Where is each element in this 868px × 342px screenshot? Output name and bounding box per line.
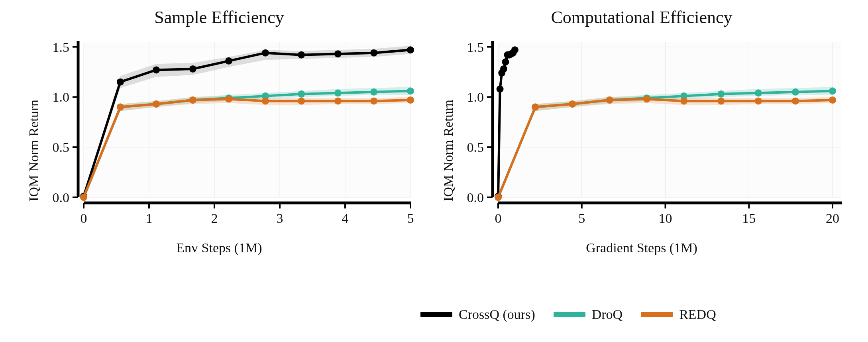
svg-point-36 <box>262 97 269 104</box>
svg-point-18 <box>334 50 342 57</box>
svg-point-96 <box>606 96 613 104</box>
y-axis-label: IQM Norm Return <box>441 100 456 201</box>
svg-point-39 <box>370 97 377 104</box>
svg-text:1.5: 1.5 <box>467 40 484 55</box>
svg-point-30 <box>407 87 414 94</box>
svg-point-40 <box>407 96 414 104</box>
svg-point-82 <box>511 46 518 53</box>
chart-title: Computational Efficiency <box>430 7 853 28</box>
svg-point-33 <box>153 100 160 108</box>
chart-sample-efficiency: Sample Efficiency IQM Norm Return 012345… <box>16 7 422 256</box>
svg-point-27 <box>298 90 305 98</box>
chart-svg: 0123450.00.51.01.5 <box>16 30 422 237</box>
svg-text:0.0: 0.0 <box>467 190 484 205</box>
figure-container: Sample Efficiency IQM Norm Return 012345… <box>0 0 868 342</box>
svg-point-100 <box>755 97 762 104</box>
svg-point-16 <box>262 49 269 57</box>
svg-point-29 <box>370 88 377 96</box>
svg-text:0.5: 0.5 <box>53 140 70 155</box>
chart-svg: 051015200.00.51.01.5 <box>430 30 853 237</box>
svg-text:1.5: 1.5 <box>53 40 70 55</box>
chart-computational-efficiency: Computational Efficiency IQM Norm Return… <box>430 7 853 256</box>
svg-text:5: 5 <box>407 211 414 226</box>
svg-point-102 <box>829 96 836 104</box>
svg-text:4: 4 <box>342 211 349 226</box>
svg-point-76 <box>500 65 507 73</box>
svg-text:0: 0 <box>495 211 502 226</box>
svg-point-77 <box>502 58 509 65</box>
svg-text:15: 15 <box>742 211 756 226</box>
svg-text:20: 20 <box>826 211 839 226</box>
legend: CrossQ (ours) DroQ REDQ <box>420 307 716 322</box>
svg-text:3: 3 <box>277 211 283 226</box>
svg-point-12 <box>117 79 124 86</box>
svg-point-94 <box>532 104 539 111</box>
legend-swatch <box>420 312 452 317</box>
svg-text:1.0: 1.0 <box>53 90 70 104</box>
svg-point-74 <box>497 85 504 92</box>
svg-point-31 <box>80 194 87 201</box>
svg-text:1: 1 <box>146 211 153 226</box>
svg-point-13 <box>153 66 160 73</box>
svg-point-93 <box>495 194 502 201</box>
svg-point-34 <box>189 96 196 104</box>
svg-point-91 <box>792 88 799 96</box>
svg-point-90 <box>755 89 762 96</box>
svg-point-101 <box>792 97 799 104</box>
svg-point-89 <box>717 90 725 98</box>
svg-point-20 <box>407 46 414 53</box>
svg-point-15 <box>225 57 232 65</box>
svg-point-14 <box>189 65 196 73</box>
legend-item-crossq: CrossQ (ours) <box>420 307 535 322</box>
svg-point-28 <box>334 89 342 96</box>
svg-text:0.5: 0.5 <box>467 140 484 155</box>
legend-label: DroQ <box>592 307 623 322</box>
svg-point-38 <box>334 97 342 104</box>
svg-rect-0 <box>84 42 410 197</box>
svg-point-92 <box>829 87 836 94</box>
y-axis-label: IQM Norm Return <box>26 100 41 201</box>
svg-text:10: 10 <box>659 211 672 226</box>
x-axis-label: Env Steps (1M) <box>16 240 422 256</box>
svg-point-99 <box>717 97 725 104</box>
svg-rect-63 <box>498 42 841 197</box>
svg-text:2: 2 <box>211 211 218 226</box>
legend-swatch <box>554 312 585 317</box>
svg-point-19 <box>370 49 377 57</box>
svg-point-95 <box>569 100 576 108</box>
x-axis-label: Gradient Steps (1M) <box>430 240 853 256</box>
chart-title: Sample Efficiency <box>16 7 422 28</box>
charts-row: Sample Efficiency IQM Norm Return 012345… <box>0 0 868 256</box>
svg-text:0: 0 <box>81 211 87 226</box>
legend-label: CrossQ (ours) <box>459 307 535 322</box>
svg-point-17 <box>298 51 305 59</box>
legend-item-redq: REDQ <box>641 307 716 322</box>
legend-label: REDQ <box>679 307 716 322</box>
svg-point-32 <box>117 104 124 111</box>
svg-point-98 <box>680 97 687 104</box>
svg-text:1.0: 1.0 <box>467 90 484 104</box>
svg-point-37 <box>298 97 305 104</box>
legend-item-droq: DroQ <box>554 307 623 322</box>
svg-text:5: 5 <box>578 211 585 226</box>
svg-text:0.0: 0.0 <box>53 190 70 205</box>
svg-point-97 <box>643 95 650 102</box>
svg-point-35 <box>225 95 232 102</box>
legend-swatch <box>641 312 673 317</box>
